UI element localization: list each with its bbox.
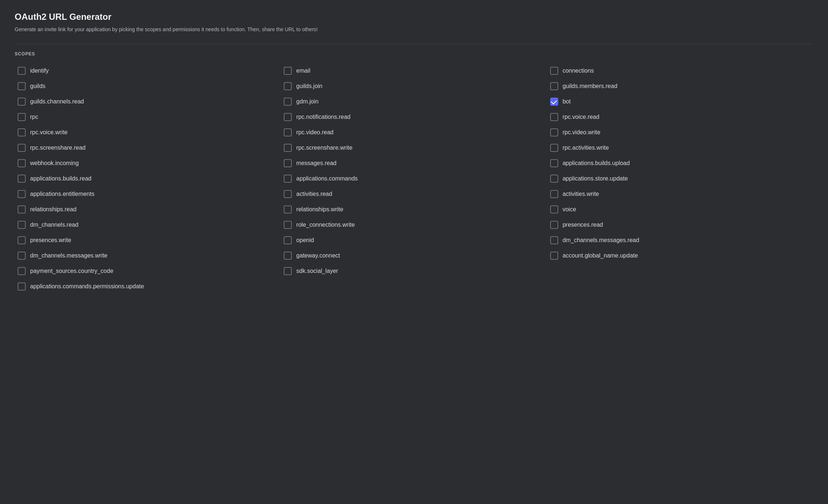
scope-checkbox-rpc[interactable]	[18, 113, 26, 121]
scope-checkbox-dm_channels.messages.read[interactable]	[550, 236, 558, 244]
scope-label-applications.store.update: applications.store.update	[563, 175, 628, 182]
scope-checkbox-activities.read[interactable]	[284, 190, 292, 198]
scope-label-guilds.join: guilds.join	[296, 83, 322, 90]
scope-checkbox-activities.write[interactable]	[550, 190, 558, 198]
scope-checkbox-rpc.video.read[interactable]	[284, 128, 292, 136]
scope-checkbox-bot[interactable]	[550, 98, 558, 106]
scope-item-dm_channels.messages.read[interactable]: dm_channels.messages.read	[547, 233, 813, 248]
scope-checkbox-guilds.channels.read[interactable]	[18, 98, 26, 106]
scope-checkbox-rpc.screenshare.read[interactable]	[18, 144, 26, 152]
scope-item-rpc.video.write[interactable]: rpc.video.write	[547, 125, 813, 140]
scope-label-guilds.members.read: guilds.members.read	[563, 83, 617, 90]
scope-item-identify[interactable]: identify	[15, 63, 281, 78]
scope-checkbox-rpc.voice.write[interactable]	[18, 128, 26, 136]
scope-item-payment_sources.country_code[interactable]: payment_sources.country_code	[15, 263, 281, 279]
scope-checkbox-applications.builds.upload[interactable]	[550, 159, 558, 167]
scope-checkbox-messages.read[interactable]	[284, 159, 292, 167]
scope-item-dm_channels.read[interactable]: dm_channels.read	[15, 217, 281, 233]
scope-item-bot[interactable]: bot	[547, 94, 813, 109]
scope-label-webhook.incoming: webhook.incoming	[30, 160, 79, 167]
scope-item-connections[interactable]: connections	[547, 63, 813, 78]
scope-item-rpc.notifications.read[interactable]: rpc.notifications.read	[281, 109, 547, 125]
scope-item-rpc.screenshare.read[interactable]: rpc.screenshare.read	[15, 140, 281, 156]
scope-item-relationships.read[interactable]: relationships.read	[15, 202, 281, 217]
scope-checkbox-email[interactable]	[284, 67, 292, 75]
scopes-grid: identifyemailconnectionsguildsguilds.joi…	[15, 63, 813, 294]
scope-item-applications.commands.permissions.update[interactable]: applications.commands.permissions.update	[15, 279, 281, 294]
scope-checkbox-dm_channels.messages.write[interactable]	[18, 252, 26, 260]
scope-item-relationships.write[interactable]: relationships.write	[281, 202, 547, 217]
scope-checkbox-applications.builds.read[interactable]	[18, 175, 26, 183]
scope-checkbox-presences.write[interactable]	[18, 236, 26, 244]
scope-item-applications.builds.upload[interactable]: applications.builds.upload	[547, 156, 813, 171]
scope-checkbox-guilds.join[interactable]	[284, 82, 292, 90]
divider	[15, 44, 813, 44]
scope-item-email[interactable]: email	[281, 63, 547, 78]
scope-label-sdk.social_layer: sdk.social_layer	[296, 268, 338, 274]
scope-checkbox-gateway.connect[interactable]	[284, 252, 292, 260]
scope-label-rpc.video.read: rpc.video.read	[296, 129, 333, 136]
scope-checkbox-applications.entitlements[interactable]	[18, 190, 26, 198]
scope-item-messages.read[interactable]: messages.read	[281, 156, 547, 171]
scope-item-applications.commands[interactable]: applications.commands	[281, 171, 547, 186]
scope-item-presences.read[interactable]: presences.read	[547, 217, 813, 233]
scope-checkbox-rpc.activities.write[interactable]	[550, 144, 558, 152]
scope-checkbox-presences.read[interactable]	[550, 221, 558, 229]
scope-item-gdm.join[interactable]: gdm.join	[281, 94, 547, 109]
scope-checkbox-guilds.members.read[interactable]	[550, 82, 558, 90]
scope-item-rpc.voice.read[interactable]: rpc.voice.read	[547, 109, 813, 125]
scope-item-openid[interactable]: openid	[281, 233, 547, 248]
scope-checkbox-relationships.read[interactable]	[18, 205, 26, 213]
scope-item-applications.store.update[interactable]: applications.store.update	[547, 171, 813, 186]
scope-item-webhook.incoming[interactable]: webhook.incoming	[15, 156, 281, 171]
scope-item-gateway.connect[interactable]: gateway.connect	[281, 248, 547, 263]
scope-item-rpc.activities.write[interactable]: rpc.activities.write	[547, 140, 813, 156]
scope-checkbox-identify[interactable]	[18, 67, 26, 75]
scope-item-guilds.join[interactable]: guilds.join	[281, 78, 547, 94]
scope-item-rpc.screenshare.write[interactable]: rpc.screenshare.write	[281, 140, 547, 156]
scope-checkbox-rpc.notifications.read[interactable]	[284, 113, 292, 121]
scope-label-presences.write: presences.write	[30, 237, 71, 244]
scope-item-guilds[interactable]: guilds	[15, 78, 281, 94]
scope-checkbox-applications.commands[interactable]	[284, 175, 292, 183]
scope-checkbox-payment_sources.country_code[interactable]	[18, 267, 26, 275]
scope-checkbox-guilds[interactable]	[18, 82, 26, 90]
scope-checkbox-connections[interactable]	[550, 67, 558, 75]
scope-item-applications.builds.read[interactable]: applications.builds.read	[15, 171, 281, 186]
scope-item-rpc.voice.write[interactable]: rpc.voice.write	[15, 125, 281, 140]
scope-item-account.global_name.update[interactable]: account.global_name.update	[547, 248, 813, 263]
scope-item-guilds.channels.read[interactable]: guilds.channels.read	[15, 94, 281, 109]
scope-checkbox-voice[interactable]	[550, 205, 558, 213]
scope-checkbox-rpc.voice.read[interactable]	[550, 113, 558, 121]
scope-checkbox-webhook.incoming[interactable]	[18, 159, 26, 167]
scope-item-voice[interactable]: voice	[547, 202, 813, 217]
scope-checkbox-relationships.write[interactable]	[284, 205, 292, 213]
scope-item-applications.entitlements[interactable]: applications.entitlements	[15, 186, 281, 202]
scope-item-activities.write[interactable]: activities.write	[547, 186, 813, 202]
scope-item-dm_channels.messages.write[interactable]: dm_channels.messages.write	[15, 248, 281, 263]
scope-checkbox-dm_channels.read[interactable]	[18, 221, 26, 229]
scope-checkbox-openid[interactable]	[284, 236, 292, 244]
scope-checkbox-sdk.social_layer[interactable]	[284, 267, 292, 275]
scope-checkbox-rpc.video.write[interactable]	[550, 128, 558, 136]
scope-checkbox-gdm.join[interactable]	[284, 98, 292, 106]
scope-item-sdk.social_layer[interactable]: sdk.social_layer	[281, 263, 547, 279]
scope-item-rpc.video.read[interactable]: rpc.video.read	[281, 125, 547, 140]
scope-item-activities.read[interactable]: activities.read	[281, 186, 547, 202]
scope-label-dm_channels.messages.write: dm_channels.messages.write	[30, 252, 108, 259]
scope-checkbox-applications.store.update[interactable]	[550, 175, 558, 183]
scope-label-rpc: rpc	[30, 114, 38, 120]
scope-label-presences.read: presences.read	[563, 222, 603, 228]
scope-item-rpc[interactable]: rpc	[15, 109, 281, 125]
scope-label-activities.read: activities.read	[296, 191, 332, 197]
scope-item-guilds.members.read[interactable]: guilds.members.read	[547, 78, 813, 94]
scope-checkbox-applications.commands.permissions.update[interactable]	[18, 282, 26, 291]
scope-checkbox-rpc.screenshare.write[interactable]	[284, 144, 292, 152]
scope-checkbox-role_connections.write[interactable]	[284, 221, 292, 229]
scope-checkbox-account.global_name.update[interactable]	[550, 252, 558, 260]
scope-placeholder	[547, 263, 813, 279]
scope-item-presences.write[interactable]: presences.write	[15, 233, 281, 248]
scope-label-applications.builds.upload: applications.builds.upload	[563, 160, 630, 167]
scope-label-role_connections.write: role_connections.write	[296, 222, 355, 228]
scope-item-role_connections.write[interactable]: role_connections.write	[281, 217, 547, 233]
